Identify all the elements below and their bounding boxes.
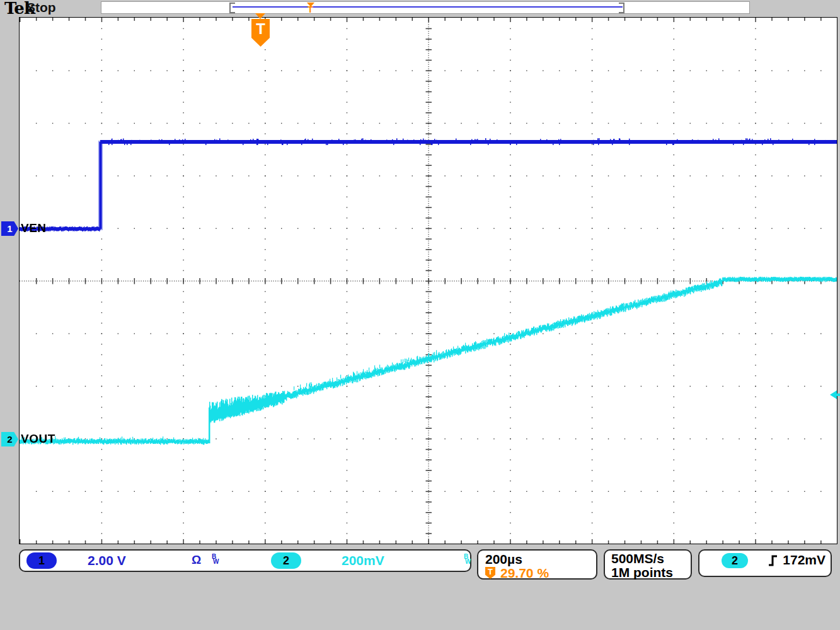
ch1-scale-readout: 2.00 V bbox=[88, 553, 126, 568]
sample-rate-readout: 500MS/s bbox=[611, 551, 664, 566]
oscilloscope-screen: { "header": { "logo": "Tek", "acq_status… bbox=[0, 0, 840, 630]
window-left-bracket bbox=[229, 3, 235, 13]
ch1-coupling-readout: Ω bbox=[192, 553, 201, 567]
record-length-readout: 1M points bbox=[611, 565, 673, 580]
ch2-waveform-label: VOUT bbox=[21, 432, 55, 446]
trigger-level-arrow-tail bbox=[836, 394, 840, 396]
ch1-bandwidth-icon: BW bbox=[209, 554, 219, 564]
ch2-badge: 2 bbox=[271, 552, 301, 569]
ch2-scale-readout: 200mV bbox=[342, 553, 384, 568]
trigger-readout-box: 2 172mV bbox=[698, 549, 832, 577]
ch1-waveform-label: VEN bbox=[21, 221, 47, 235]
ch1-badge: 1 bbox=[26, 552, 57, 569]
rising-edge-icon bbox=[768, 554, 779, 568]
record-position-bar: T bbox=[101, 1, 750, 14]
trigger-position-readout: 29.70 % bbox=[500, 566, 549, 581]
timebase-readout-box: 200µs T 29.70 % bbox=[477, 549, 597, 580]
timebase-scale-readout: 200µs bbox=[485, 552, 522, 567]
ch2-reference-marker: 2 bbox=[1, 432, 18, 446]
ch1-reference-marker: 1 bbox=[1, 221, 18, 236]
window-right-bracket bbox=[619, 3, 624, 13]
acquisition-status: Stop bbox=[26, 0, 56, 15]
ch2-bandwidth-icon: BW bbox=[461, 554, 471, 564]
record-trigger-t-icon: T bbox=[308, 5, 313, 14]
trigger-source-badge: 2 bbox=[722, 553, 748, 568]
channel-readout-box: 1 2.00 V Ω BW 2 200mV BW bbox=[19, 549, 471, 572]
trigger-position-arrow-icon bbox=[255, 13, 265, 19]
waveform-canvas bbox=[20, 18, 837, 544]
acquisition-readout-box: 500MS/s 1M points bbox=[604, 549, 692, 580]
record-window-line bbox=[233, 6, 623, 8]
trigger-level-readout: 172mV bbox=[783, 552, 826, 568]
trigger-t-icon: T bbox=[485, 567, 495, 579]
waveform-display bbox=[19, 17, 837, 544]
